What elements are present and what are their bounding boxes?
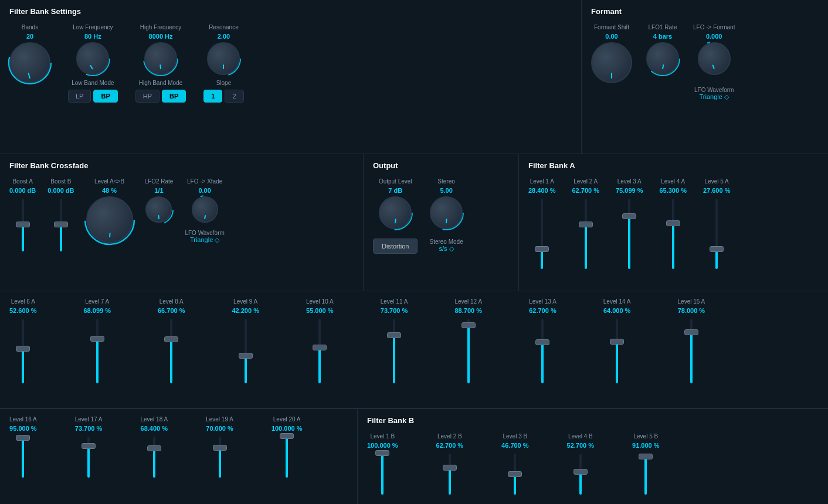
band-4b-track[interactable]	[579, 454, 582, 495]
lfo-formant-label: LFO -> Formant	[693, 24, 735, 30]
stereo-value: 5.00	[440, 187, 452, 194]
formant-shift-knob[interactable]	[591, 42, 632, 83]
band-11a-track[interactable]	[393, 319, 395, 383]
lfo-xfade-knob[interactable]	[192, 196, 218, 223]
bands-knob-container: Bands 20	[9, 24, 50, 83]
band-11a-slider: Level 11 A 73.700 %	[381, 298, 408, 386]
band-13a-track[interactable]	[541, 319, 544, 383]
lfo1-rate-knob-wrap	[646, 42, 679, 75]
formant-title: Formant	[591, 7, 819, 16]
low-band-lp-btn[interactable]: LP	[68, 90, 91, 103]
stereo-mode-value[interactable]: s/s ◇	[429, 245, 463, 253]
high-freq-label: High Frequency	[140, 24, 182, 30]
fba-slider-3-track[interactable]	[628, 199, 630, 269]
level-ab-value: 48 %	[102, 187, 117, 194]
output-level-knob[interactable]	[379, 196, 412, 229]
band-2b-label: Level 2 B	[437, 433, 462, 440]
bands-knob[interactable]	[9, 42, 50, 83]
formant-shift-value: 0.00	[605, 33, 617, 40]
lfo-waveform-value[interactable]: Triangle ◇	[694, 93, 734, 101]
band-12a-track[interactable]	[467, 319, 470, 383]
boost-b-track[interactable]	[60, 199, 62, 251]
band-5b-track[interactable]	[644, 454, 647, 495]
fba-slider-1: Level 1 A 28.400 %	[528, 178, 555, 271]
boost-a-slider: Boost A 0.000 dB	[9, 178, 36, 254]
band-9a-track[interactable]	[245, 319, 247, 383]
lfo-waveform-xfade-value[interactable]: Triangle ◇	[185, 236, 224, 244]
stereo-knob-container: Stereo 5.00	[430, 178, 463, 229]
fba-slider-3-label: Level 3 A	[617, 178, 642, 185]
band-9a-label: Level 9 A	[233, 298, 257, 305]
low-band-bp-btn[interactable]: BP	[93, 90, 117, 103]
high-freq-knob-wrap	[144, 42, 177, 75]
band-19a-track[interactable]	[219, 437, 221, 478]
band-11a-label: Level 11 A	[381, 298, 408, 305]
band-12a-value: 88.700 %	[454, 307, 481, 314]
band-17a-slider: Level 17 A 73.700 %	[75, 416, 103, 480]
band-7a-slider: Level 7 A 68.099 %	[83, 298, 110, 386]
high-freq-knob[interactable]	[144, 42, 177, 75]
band-15a-track[interactable]	[690, 319, 693, 383]
band-16a-track[interactable]	[22, 437, 24, 478]
filter-crossfade-panel: Filter Bank Crossfade Boost A 0.000 dB B…	[0, 154, 364, 291]
band-1b-track[interactable]	[381, 454, 384, 495]
main-container: Filter Bank Settings Bands 20	[0, 0, 828, 504]
band-10a-track[interactable]	[318, 319, 321, 383]
resonance-knob[interactable]	[207, 42, 240, 75]
lfo-formant-group: LFO -> Formant 0.000 LFO Waveform Triang…	[693, 24, 735, 101]
high-band-bp-btn[interactable]: BP	[162, 90, 186, 103]
lfo-waveform-label: LFO Waveform	[694, 87, 734, 93]
band-18a-track[interactable]	[153, 437, 155, 478]
band-2b-track[interactable]	[449, 454, 451, 495]
lfo1-rate-container: LFO1 Rate 4 bars	[646, 24, 679, 75]
band-19a-slider: Level 19 A 70.000 %	[206, 416, 233, 480]
output-panel: Output Output Level 7 dB Distortion	[364, 154, 519, 291]
band-10a-slider: Level 10 A 55.000 %	[306, 298, 334, 386]
fba-slider-4-track[interactable]	[672, 199, 674, 269]
lfo-formant-knob[interactable]	[698, 42, 731, 75]
fb-controls: Bands 20 Low Frequency 80 Hz	[9, 24, 572, 103]
boost-a-track[interactable]	[22, 199, 24, 251]
formant-shift-container: Formant Shift 0.00	[591, 24, 632, 83]
band-3b-track[interactable]	[514, 454, 516, 495]
band-17a-track[interactable]	[87, 437, 90, 478]
level-ab-knob[interactable]	[86, 196, 133, 243]
lfo-formant-value: 0.000	[706, 33, 722, 40]
lfo-waveform-xfade: LFO Waveform Triangle ◇	[185, 230, 224, 244]
high-freq-value: 8000 Hz	[149, 33, 173, 40]
band-20a-track[interactable]	[286, 437, 288, 478]
slope-buttons: 1 2	[203, 90, 243, 103]
band-7a-track[interactable]	[96, 319, 99, 383]
fba-slider-2-track[interactable]	[585, 199, 587, 269]
resonance-group: Resonance 2.00 Slope 1 2	[203, 24, 243, 103]
high-band-hp-btn[interactable]: HP	[135, 90, 160, 103]
band-4b-value: 52.700 %	[567, 442, 594, 449]
fba-slider-1-label: Level 1 A	[530, 178, 554, 185]
band-14a-track[interactable]	[616, 319, 618, 383]
fba-slider-3: Level 3 A 75.099 %	[616, 178, 643, 271]
band-6a-track[interactable]	[22, 319, 24, 383]
slope-2-btn[interactable]: 2	[225, 90, 243, 103]
bottom-right: Filter Bank B Level 1 B 100.000 % Level …	[358, 409, 828, 504]
band-5b-label: Level 5 B	[633, 433, 658, 440]
lfo1-rate-knob[interactable]	[646, 42, 679, 75]
lfo-formant-knob-wrap	[698, 42, 731, 75]
band-8a-track[interactable]	[170, 319, 172, 383]
band-12a-slider: Level 12 A 88.700 %	[454, 298, 482, 386]
distortion-button[interactable]: Distortion	[373, 239, 418, 254]
fba-slider-5-track[interactable]	[715, 199, 718, 269]
fba-slider-1-track[interactable]	[541, 199, 543, 269]
boost-a-label: Boost A	[12, 178, 32, 185]
stereo-knob[interactable]	[430, 196, 463, 229]
level-ab-container: Level A<>B 48 %	[86, 178, 133, 243]
slope-label: Slope	[216, 80, 232, 86]
slope-1-btn[interactable]: 1	[203, 90, 222, 103]
band-16a-value: 95.000 %	[9, 425, 36, 432]
lfo-xfade-container: LFO -> Xfade 0.00	[187, 178, 222, 223]
fba-slider-4-label: Level 4 A	[661, 178, 685, 185]
band-17a-label: Level 17 A	[75, 416, 103, 423]
lfo2-rate-knob[interactable]	[145, 196, 172, 223]
low-freq-knob[interactable]	[76, 42, 109, 75]
band-20a-value: 100.000 %	[272, 425, 303, 432]
lfo2-rate-container: LFO2 Rate 1/1	[145, 178, 174, 223]
